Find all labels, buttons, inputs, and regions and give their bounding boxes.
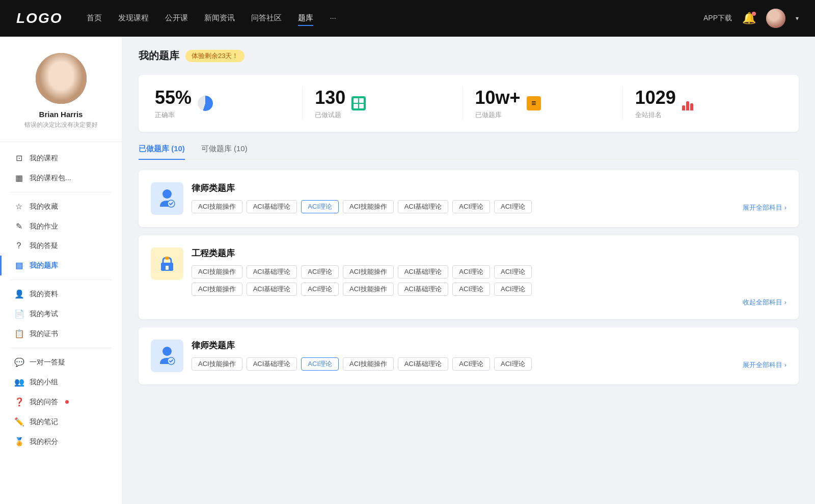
sidebar-item-question-bank[interactable]: ▤ 我的题库 xyxy=(0,256,122,275)
tags-row-1: ACI技能操作 ACI基础理论 ACI理论 ACI技能操作 ACI基础理论 AC… xyxy=(192,200,786,213)
svg-rect-4 xyxy=(166,266,169,270)
nav-item-discover[interactable]: 发现课程 xyxy=(118,11,149,26)
profile-name: Brian Harris xyxy=(39,110,83,119)
bank-card-lawyer-1: 律师类题库 ACI技能操作 ACI基础理论 ACI理论 ACI技能操作 ACI基… xyxy=(139,170,799,227)
bank-card-header-2: 工程类题库 ACI技能操作 ACI基础理论 ACI理论 ACI技能操作 ACI基… xyxy=(151,247,786,307)
bank-content-3: 律师类题库 ACI技能操作 ACI基础理论 ACI理论 ACI技能操作 ACI基… xyxy=(192,340,786,371)
tag-1-1[interactable]: ACI基础理论 xyxy=(247,200,297,213)
tags-row-3: ACI技能操作 ACI基础理论 ACI理论 ACI技能操作 ACI基础理论 AC… xyxy=(192,357,786,371)
tag-2-6[interactable]: ACI理论 xyxy=(494,265,532,278)
tab-done-banks[interactable]: 已做题库 (10) xyxy=(139,144,185,159)
tag-3-4[interactable]: ACI基础理论 xyxy=(398,357,449,371)
sidebar-item-answers[interactable]: ? 我的答疑 xyxy=(0,236,122,256)
tag-3-2[interactable]: ACI理论 xyxy=(301,357,339,371)
user-dropdown-icon[interactable]: ▾ xyxy=(796,15,799,22)
sidebar-label-certs: 我的证书 xyxy=(30,329,58,339)
sidebar-item-my-courses[interactable]: ⊡ 我的课程 xyxy=(0,148,122,168)
tag-2b-5[interactable]: ACI理论 xyxy=(452,283,490,296)
tag-2-4[interactable]: ACI基础理论 xyxy=(398,265,449,278)
logo[interactable]: LOGO xyxy=(16,10,62,26)
sidebar-item-profile[interactable]: 👤 我的资料 xyxy=(0,284,122,304)
rank-label: 全站排名 xyxy=(635,110,676,120)
app-download-link[interactable]: APP下载 xyxy=(703,14,732,23)
sidebar-item-homework[interactable]: ✎ 我的作业 xyxy=(0,216,122,236)
tag-3-0[interactable]: ACI技能操作 xyxy=(192,357,242,371)
engineer-svg xyxy=(156,253,178,275)
tag-1-0[interactable]: ACI技能操作 xyxy=(192,200,242,213)
notification-dot xyxy=(752,12,756,16)
book-icon: ≡ xyxy=(527,96,541,110)
nav-item-news[interactable]: 新闻资讯 xyxy=(204,11,235,26)
sidebar-item-course-packages[interactable]: ▦ 我的课程包... xyxy=(0,168,122,188)
profile-section: Brian Harris 错误的决定比没有决定要好 xyxy=(0,53,122,142)
tab-available-banks[interactable]: 可做题库 (10) xyxy=(201,144,248,159)
sidebar: Brian Harris 错误的决定比没有决定要好 ⊡ 我的课程 ▦ 我的课程包… xyxy=(0,37,122,504)
tag-1-5[interactable]: ACI理论 xyxy=(452,200,490,213)
svg-point-5 xyxy=(162,347,172,356)
sidebar-item-questions[interactable]: ❓ 我的问答 xyxy=(0,392,122,412)
expand-link-1[interactable]: 展开全部科目 › xyxy=(743,201,786,212)
bank-name-3: 律师类题库 xyxy=(192,340,786,351)
collapse-link-2[interactable]: 收起全部科目 › xyxy=(192,298,786,307)
expand-link-3[interactable]: 展开全部科目 › xyxy=(743,358,786,370)
banks-label: 已做题库 xyxy=(475,110,521,120)
sidebar-item-notes[interactable]: ✏️ 我的笔记 xyxy=(0,412,122,432)
tag-2-5[interactable]: ACI理论 xyxy=(452,265,490,278)
tag-2-3[interactable]: ACI技能操作 xyxy=(343,265,394,278)
exams-icon: 📄 xyxy=(14,309,23,319)
nav-item-open[interactable]: 公开课 xyxy=(165,11,188,26)
tutoring-icon: 💬 xyxy=(14,357,23,367)
tag-2-2[interactable]: ACI理论 xyxy=(301,265,339,278)
sidebar-item-tutoring[interactable]: 💬 一对一答疑 xyxy=(0,352,122,372)
sidebar-item-certificates[interactable]: 📋 我的证书 xyxy=(0,324,122,344)
tag-1-6[interactable]: ACI理论 xyxy=(494,200,532,213)
sidebar-item-favorites[interactable]: ☆ 我的收藏 xyxy=(0,197,122,216)
notification-button[interactable]: 🔔 xyxy=(742,12,756,25)
grid-icon xyxy=(351,96,366,110)
sidebar-menu: ⊡ 我的课程 ▦ 我的课程包... ☆ 我的收藏 ✎ 我的作业 ? 我的答疑 ▤ xyxy=(0,142,122,458)
rank-number: 1029 xyxy=(635,87,676,108)
grid-cell-2 xyxy=(359,98,364,103)
user-avatar[interactable] xyxy=(766,9,785,28)
tag-2b-0[interactable]: ACI技能操作 xyxy=(192,283,242,296)
tag-1-4[interactable]: ACI基础理论 xyxy=(398,200,449,213)
bank-name-1: 律师类题库 xyxy=(192,182,786,194)
homework-icon: ✎ xyxy=(14,221,23,231)
sidebar-item-points[interactable]: 🏅 我的积分 xyxy=(0,432,122,452)
sidebar-item-exams[interactable]: 📄 我的考试 xyxy=(0,304,122,324)
tag-1-2[interactable]: ACI理论 xyxy=(301,200,339,213)
tag-2b-1[interactable]: ACI基础理论 xyxy=(247,283,297,296)
stat-accuracy: 55% 正确率 xyxy=(155,87,303,120)
stat-done-value: 130 已做试题 xyxy=(315,87,345,120)
tag-3-5[interactable]: ACI理论 xyxy=(452,357,490,371)
divider-3 xyxy=(10,348,112,348)
tag-1-3[interactable]: ACI技能操作 xyxy=(343,200,394,213)
sidebar-label-homework: 我的作业 xyxy=(30,222,58,231)
sidebar-item-groups[interactable]: 👥 我的小组 xyxy=(0,372,122,392)
bank-icon-engineer xyxy=(151,247,183,280)
tag-2b-2[interactable]: ACI理论 xyxy=(301,283,339,296)
tabs-bar: 已做题库 (10) 可做题库 (10) xyxy=(139,144,799,160)
tag-3-6[interactable]: ACI理论 xyxy=(494,357,532,371)
done-label: 已做试题 xyxy=(315,110,345,120)
sidebar-label-points: 我的积分 xyxy=(30,437,58,446)
points-icon: 🏅 xyxy=(14,437,23,446)
stat-done-banks: 10w+ 已做题库 ≡ xyxy=(463,87,623,120)
nav-item-question-bank[interactable]: 题库 xyxy=(298,11,313,26)
nav-item-qa[interactable]: 问答社区 xyxy=(251,11,282,26)
tag-2b-6[interactable]: ACI理论 xyxy=(494,283,532,296)
pie-chart-icon xyxy=(198,96,213,111)
nav-item-more[interactable]: ··· xyxy=(330,11,336,26)
bank-card-header-3: 律师类题库 ACI技能操作 ACI基础理论 ACI理论 ACI技能操作 ACI基… xyxy=(151,340,786,372)
tag-2b-3[interactable]: ACI技能操作 xyxy=(343,283,394,296)
trial-badge: 体验剩余23天！ xyxy=(185,50,244,62)
nav-item-home[interactable]: 首页 xyxy=(87,11,102,26)
tag-2-0[interactable]: ACI技能操作 xyxy=(192,265,242,278)
sidebar-label-tutoring: 一对一答疑 xyxy=(30,358,65,367)
tag-2-1[interactable]: ACI基础理论 xyxy=(247,265,297,278)
tag-3-3[interactable]: ACI技能操作 xyxy=(343,357,394,371)
tag-3-1[interactable]: ACI基础理论 xyxy=(247,357,297,371)
tag-2b-4[interactable]: ACI基础理论 xyxy=(398,283,449,296)
lawyer-svg-2 xyxy=(156,345,178,367)
tags-row-2b: ACI技能操作 ACI基础理论 ACI理论 ACI技能操作 ACI基础理论 AC… xyxy=(192,283,786,296)
